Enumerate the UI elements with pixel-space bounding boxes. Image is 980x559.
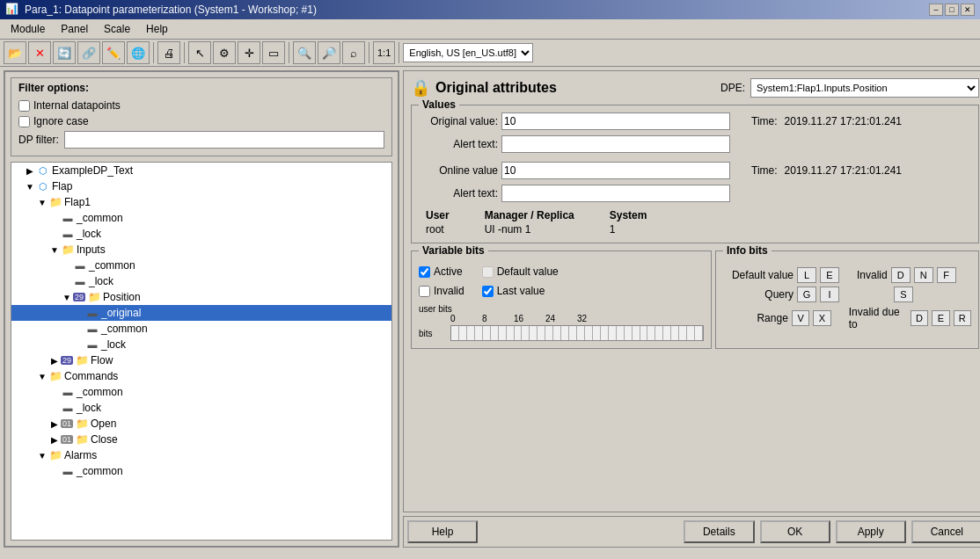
- ib-x-btn[interactable]: X: [813, 310, 830, 326]
- tree-badge-Open: 01: [61, 419, 73, 428]
- bit-scale-24: 24: [545, 314, 577, 323]
- tree-node-Close[interactable]: ▶01📁Close: [11, 432, 391, 447]
- tree-toggle-Flap1[interactable]: ▼: [36, 198, 48, 207]
- print-button[interactable]: 🖨: [157, 41, 180, 64]
- tree-node-_common2[interactable]: ▬_common: [11, 321, 391, 337]
- bit-cell-25: [647, 326, 655, 340]
- search-button[interactable]: ⌕: [342, 41, 365, 64]
- ib-g-btn[interactable]: G: [797, 287, 816, 302]
- menu-scale[interactable]: Scale: [97, 21, 137, 37]
- ignore-case-checkbox[interactable]: [18, 116, 30, 127]
- last-value-checkbox[interactable]: [482, 286, 494, 297]
- tree-node-Inputs_common[interactable]: ▬_common: [11, 258, 391, 273]
- active-row: Active: [419, 265, 464, 278]
- tree-toggle-Position[interactable]: ▼: [61, 293, 73, 302]
- tree-node-Position[interactable]: ▼29📁Position: [11, 289, 391, 305]
- apply-button[interactable]: Apply: [836, 520, 906, 543]
- tree-toggle-Open[interactable]: ▶: [48, 419, 61, 429]
- menu-panel[interactable]: Panel: [54, 21, 95, 37]
- user-col: User root: [426, 209, 450, 236]
- ib-s-btn[interactable]: S: [894, 287, 913, 302]
- default-value-checkbox[interactable]: [482, 266, 494, 278]
- tree-node-Alarms[interactable]: ▼📁Alarms: [11, 447, 391, 463]
- tree-toggle-Commands[interactable]: ▼: [36, 372, 48, 381]
- move-button[interactable]: ✛: [238, 41, 260, 64]
- cursor-button[interactable]: ↖: [188, 41, 211, 64]
- frame-button[interactable]: ▭: [262, 41, 285, 64]
- dp-filter-input[interactable]: [64, 131, 384, 149]
- variable-bits-group: Variable bits Active Invalid: [411, 250, 712, 349]
- ib-r-btn[interactable]: R: [954, 310, 971, 326]
- ib-d-btn[interactable]: D: [891, 267, 911, 283]
- tree-node-Cmd_common[interactable]: ▬_common: [11, 384, 391, 400]
- language-select[interactable]: English, US [en_US.utf8]: [403, 43, 533, 62]
- tree-toggle-Alarms[interactable]: ▼: [36, 451, 48, 461]
- ib-v-btn[interactable]: V: [792, 310, 809, 326]
- ib-l-btn[interactable]: L: [797, 267, 816, 283]
- ib-range-label: Range: [723, 312, 788, 324]
- tree-toggle-Close[interactable]: ▶: [48, 435, 61, 445]
- tree-node-Inputs_lock[interactable]: ▬_lock: [11, 273, 391, 289]
- find-button[interactable]: 🔎: [318, 41, 340, 64]
- ib-default-row: Default value L E Invalid D N F: [723, 267, 971, 283]
- tree-label-Alarms: Alarms: [64, 449, 97, 461]
- leaf-icon: ▬: [73, 274, 87, 288]
- tree-node-_lock[interactable]: ▬_lock: [11, 226, 391, 242]
- close-file-button[interactable]: ✕: [28, 41, 51, 64]
- tree-node-Commands[interactable]: ▼📁Commands: [11, 368, 391, 384]
- internal-dp-checkbox[interactable]: [18, 100, 30, 112]
- ib-n-btn[interactable]: N: [914, 267, 933, 283]
- right-panel: 🔒 Original attributes DPE: System1:Flap1…: [403, 70, 980, 548]
- tree-node-Flap1[interactable]: ▼📁Flap1: [11, 194, 391, 210]
- dpe-select[interactable]: System1:Flap1.Inputs.Position: [750, 78, 979, 98]
- open-button[interactable]: 📂: [4, 41, 26, 64]
- tree-node-_lock2[interactable]: ▬_lock: [11, 337, 391, 352]
- tree-node-Alarms_common[interactable]: ▬_common: [11, 463, 391, 479]
- ib-e-btn[interactable]: E: [820, 267, 839, 283]
- invalid-checkbox[interactable]: [419, 286, 430, 297]
- minimize-button[interactable]: –: [929, 4, 943, 16]
- alert-text-input-1[interactable]: [501, 135, 730, 153]
- ib-i-btn[interactable]: I: [820, 287, 839, 302]
- menu-help[interactable]: Help: [139, 21, 175, 37]
- alert-text-input-2[interactable]: [501, 185, 730, 202]
- help-button[interactable]: Help: [407, 520, 478, 543]
- filter-options: Filter options: Internal datapoints Igno…: [11, 77, 392, 156]
- leaf-icon: ▬: [73, 258, 87, 272]
- tree-node-Flap[interactable]: ▼⬡Flap: [11, 178, 391, 194]
- tree-node-_common[interactable]: ▬_common: [11, 210, 391, 226]
- active-checkbox[interactable]: [419, 266, 430, 278]
- details-button[interactable]: Details: [684, 520, 755, 543]
- ib-e2-btn[interactable]: E: [932, 310, 949, 326]
- bit-cell-7: [507, 326, 515, 340]
- tree-node-Open[interactable]: ▶01📁Open: [11, 416, 391, 432]
- tree-node-Inputs[interactable]: ▼📁Inputs: [11, 242, 391, 258]
- edit-button[interactable]: ✏️: [102, 41, 125, 64]
- ib-d2-btn[interactable]: D: [911, 310, 928, 326]
- close-button[interactable]: ✕: [961, 4, 975, 16]
- menu-module[interactable]: Module: [4, 21, 52, 37]
- online-value-input[interactable]: [501, 162, 730, 179]
- user-system-row: User root Manager / Replica UI -num 1 Sy…: [419, 209, 971, 236]
- network-button[interactable]: 🌐: [127, 41, 150, 64]
- tree-toggle-Flap[interactable]: ▼: [24, 182, 36, 192]
- refresh-button[interactable]: 🔄: [53, 41, 76, 64]
- leaf-icon: ▬: [85, 322, 99, 336]
- tree-node-_original[interactable]: ▬_original: [11, 305, 391, 321]
- maximize-button[interactable]: □: [945, 4, 959, 16]
- tree-toggle-ExampleDP_Text[interactable]: ▶: [24, 166, 36, 176]
- ib-default-label: Default value: [723, 269, 794, 281]
- zoom-in-button[interactable]: 🔍: [293, 41, 316, 64]
- tree-node-Cmd_lock[interactable]: ▬_lock: [11, 400, 391, 416]
- folder-icon: 📁: [75, 432, 89, 446]
- tree-toggle-Inputs[interactable]: ▼: [48, 245, 61, 255]
- cancel-button[interactable]: Cancel: [911, 520, 980, 543]
- plugin-button[interactable]: ⚙: [213, 41, 236, 64]
- ok-button[interactable]: OK: [760, 520, 830, 543]
- tree-node-Flow[interactable]: ▶29📁Flow: [11, 352, 391, 368]
- ib-f-btn[interactable]: F: [937, 267, 956, 283]
- dp-button[interactable]: 🔗: [77, 41, 100, 64]
- tree-node-ExampleDP_Text[interactable]: ▶⬡ExampleDP_Text: [11, 163, 391, 178]
- original-value-input[interactable]: [501, 113, 730, 130]
- tree-toggle-Flow[interactable]: ▶: [48, 356, 61, 366]
